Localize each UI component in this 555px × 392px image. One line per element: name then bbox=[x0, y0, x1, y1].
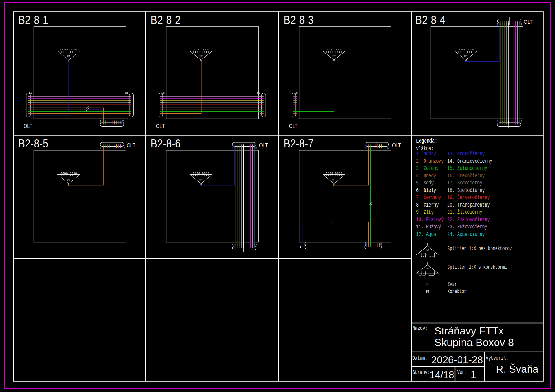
svg-text:1x8: 1x8 bbox=[426, 249, 429, 252]
svg-text:7. Červený: 7. Červený bbox=[416, 194, 441, 201]
svg-text:1: 1 bbox=[29, 118, 33, 119]
svg-text:B2-8-5: B2-8-5 bbox=[18, 137, 48, 150]
svg-text:R. Švaňa: R. Švaňa bbox=[496, 363, 538, 375]
svg-text:1: 1 bbox=[232, 243, 234, 247]
svg-text:1: 1 bbox=[497, 119, 499, 124]
svg-text:3. Zelený: 3. Zelený bbox=[416, 165, 439, 172]
svg-text:14. Oranžovočierny: 14. Oranžovočierny bbox=[447, 158, 492, 165]
svg-text:1: 1 bbox=[257, 118, 261, 119]
svg-text:12: 12 bbox=[254, 243, 257, 247]
svg-text:B2-8-7: B2-8-7 bbox=[284, 137, 314, 150]
svg-text:12: 12 bbox=[294, 92, 298, 94]
svg-text:12: 12 bbox=[387, 146, 389, 150]
svg-text:Splitter 1:X s konektormi: Splitter 1:X s konektormi bbox=[447, 264, 507, 271]
svg-text:OLT: OLT bbox=[156, 123, 165, 129]
svg-text:18. Bieločierny: 18. Bieločierny bbox=[447, 187, 485, 194]
svg-text:12: 12 bbox=[519, 119, 522, 124]
svg-text:OLT: OLT bbox=[392, 142, 401, 148]
svg-text:1: 1 bbox=[365, 146, 366, 150]
svg-text:1x8: 1x8 bbox=[464, 55, 467, 58]
svg-text:12: 12 bbox=[519, 22, 522, 27]
svg-text:OLT: OLT bbox=[524, 19, 533, 25]
svg-text:OLT: OLT bbox=[289, 123, 298, 129]
svg-text:Ver:: Ver: bbox=[457, 369, 467, 376]
svg-text:Stráňavy FTTx: Stráňavy FTTx bbox=[434, 325, 504, 337]
svg-text:22. Fialovočierny: 22. Fialovočierny bbox=[447, 217, 490, 223]
svg-text:6. Biely: 6. Biely bbox=[416, 187, 436, 194]
svg-text:Konektor: Konektor bbox=[447, 288, 466, 295]
svg-text:12: 12 bbox=[122, 146, 125, 150]
svg-text:1: 1 bbox=[161, 118, 165, 119]
svg-text:B2-8-3: B2-8-3 bbox=[284, 14, 314, 26]
svg-text:1: 1 bbox=[365, 242, 366, 246]
svg-text:Skupina Boxov 8: Skupina Boxov 8 bbox=[434, 336, 514, 348]
svg-text:1: 1 bbox=[232, 146, 233, 150]
svg-text:4. Hnedý: 4. Hnedý bbox=[416, 173, 436, 179]
svg-text:21. Žltočierny: 21. Žltočierny bbox=[447, 209, 482, 216]
svg-text:2: 2 bbox=[305, 242, 306, 246]
svg-text:12: 12 bbox=[257, 92, 261, 94]
svg-text:17. Šedočierny: 17. Šedočierny bbox=[447, 180, 482, 186]
svg-text:8: 8 bbox=[380, 242, 382, 246]
svg-text:2026-01-28: 2026-01-28 bbox=[431, 354, 483, 366]
svg-text:12: 12 bbox=[161, 92, 165, 94]
svg-text:1x8: 1x8 bbox=[67, 178, 70, 181]
svg-text:12: 12 bbox=[255, 146, 257, 150]
svg-text:10. Fialový: 10. Fialový bbox=[416, 217, 444, 223]
svg-text:B2-8-6: B2-8-6 bbox=[151, 137, 181, 150]
svg-text:1x8: 1x8 bbox=[332, 178, 336, 181]
svg-text:14/18: 14/18 bbox=[429, 369, 454, 380]
svg-text:2. Oranžový: 2. Oranžový bbox=[416, 158, 444, 165]
svg-text:12: 12 bbox=[29, 92, 33, 94]
svg-text:15. Zelenočierny: 15. Zelenočierny bbox=[447, 165, 487, 172]
svg-text:16. Hnedočierny: 16. Hnedočierny bbox=[447, 173, 485, 179]
svg-text:11. Ružový: 11. Ružový bbox=[416, 224, 441, 230]
svg-text:1: 1 bbox=[100, 119, 101, 124]
svg-text:Dátum:: Dátum: bbox=[412, 355, 427, 362]
svg-text:Názov:: Názov: bbox=[413, 325, 428, 332]
svg-text:B2-8-1: B2-8-1 bbox=[18, 14, 48, 26]
svg-text:1: 1 bbox=[497, 22, 498, 27]
svg-text:1: 1 bbox=[471, 369, 477, 380]
svg-text:24. Aqua-čierny: 24. Aqua-čierny bbox=[447, 231, 485, 238]
svg-text:12. Aqua: 12. Aqua bbox=[416, 231, 436, 238]
svg-text:23. Ružovočierny: 23. Ružovočierny bbox=[447, 224, 487, 230]
svg-text:Strany:: Strany: bbox=[412, 369, 430, 376]
svg-text:Splitter 1:X bez konektorov: Splitter 1:X bez konektorov bbox=[447, 245, 512, 252]
svg-text:B2-8-4: B2-8-4 bbox=[415, 14, 445, 26]
svg-text:OLT: OLT bbox=[259, 142, 268, 148]
svg-text:OLT: OLT bbox=[24, 123, 32, 129]
svg-text:1: 1 bbox=[294, 118, 298, 119]
svg-text:1: 1 bbox=[100, 146, 101, 150]
svg-text:5. Šedý: 5. Šedý bbox=[416, 180, 434, 186]
svg-text:12: 12 bbox=[125, 92, 129, 94]
svg-text:B2-8-2: B2-8-2 bbox=[151, 14, 181, 26]
svg-text:1x8: 1x8 bbox=[199, 55, 203, 58]
svg-text:Zvar: Zvar bbox=[447, 281, 457, 288]
svg-text:8. Čierny: 8. Čierny bbox=[416, 201, 439, 208]
svg-text:1x8: 1x8 bbox=[67, 55, 70, 58]
svg-text:1. Modrý: 1. Modrý bbox=[416, 151, 436, 157]
svg-text:13. Modročierny: 13. Modročierny bbox=[447, 151, 485, 157]
svg-text:Vytvoril:: Vytvoril: bbox=[486, 355, 508, 362]
svg-text:1x8: 1x8 bbox=[426, 267, 429, 270]
svg-text:Legenda:: Legenda: bbox=[416, 138, 437, 145]
svg-text:1: 1 bbox=[125, 118, 129, 119]
svg-text:OLT: OLT bbox=[127, 142, 135, 148]
svg-text:1x8: 1x8 bbox=[332, 55, 336, 58]
svg-text:19. Červenočierny: 19. Červenočierny bbox=[447, 194, 490, 201]
svg-text:9. Žltý: 9. Žltý bbox=[416, 209, 434, 216]
svg-text:1: 1 bbox=[301, 242, 302, 246]
svg-text:1x8: 1x8 bbox=[199, 178, 203, 181]
svg-text:20. Transparentný: 20. Transparentný bbox=[447, 202, 490, 208]
svg-text:12: 12 bbox=[122, 119, 124, 124]
